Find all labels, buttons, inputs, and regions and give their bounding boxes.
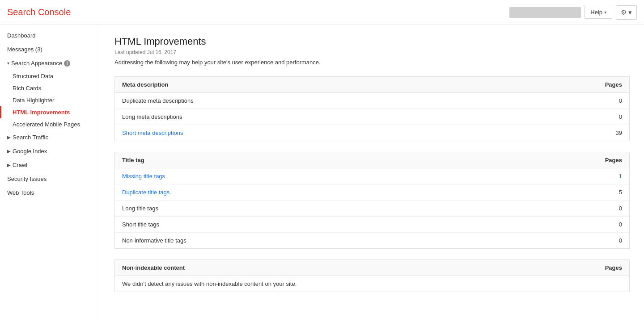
non-indexable-section: Non-indexable content Pages We didn't de…	[114, 259, 630, 292]
non-informative-title-label: Non-informative title tags	[122, 237, 186, 244]
google-index-arrow-icon: ▶	[7, 149, 11, 154]
missing-title-value: 1	[609, 173, 622, 180]
help-chevron-icon: ▾	[604, 10, 606, 15]
user-avatar-bar	[509, 7, 581, 18]
sidebar-item-rich-cards[interactable]: Rich Cards	[0, 82, 100, 94]
table-row: Duplicate meta descriptions 0	[115, 93, 629, 109]
messages-label: Messages (3)	[7, 46, 42, 53]
page-title: HTML Improvements	[114, 36, 630, 47]
html-improvements-label: HTML Improvements	[13, 109, 70, 116]
layout: Dashboard Messages (3) ▾ Search Appearan…	[0, 25, 644, 322]
help-label: Help	[590, 9, 602, 16]
meta-description-header: Meta description Pages	[115, 77, 629, 93]
missing-title-link[interactable]: Missing title tags	[122, 173, 165, 180]
page-description: Addressing the following may help your s…	[114, 59, 630, 66]
duplicate-meta-value: 0	[609, 97, 622, 104]
duplicate-title-value: 5	[609, 189, 622, 196]
short-meta-link[interactable]: Short meta descriptions	[122, 130, 183, 136]
sidebar-item-web-tools[interactable]: Web Tools	[0, 186, 100, 200]
table-row: Missing title tags 1	[115, 168, 629, 184]
sidebar-item-structured-data[interactable]: Structured Data	[0, 70, 100, 82]
long-title-label: Long title tags	[122, 205, 158, 212]
sidebar: Dashboard Messages (3) ▾ Search Appearan…	[0, 25, 100, 322]
table-row: Long title tags 0	[115, 201, 629, 217]
search-traffic-arrow-icon: ▶	[7, 135, 11, 140]
title-tag-section: Title tag Pages Missing title tags 1 Dup…	[114, 152, 630, 249]
settings-chevron-icon: ▾	[628, 8, 632, 17]
duplicate-meta-label: Duplicate meta descriptions	[122, 97, 194, 104]
table-row: Short title tags 0	[115, 217, 629, 233]
no-issues-text: We didn't detect any issues with non-ind…	[115, 276, 629, 292]
long-meta-value: 0	[609, 113, 622, 120]
title-tag-header: Title tag Pages	[115, 152, 629, 168]
settings-button[interactable]: ⚙ ▾	[616, 5, 637, 20]
amp-label: Accelerated Mobile Pages	[13, 121, 80, 128]
title-tag-pages-label: Pages	[605, 157, 622, 163]
long-meta-label: Long meta descriptions	[122, 113, 182, 120]
last-updated: Last updated Jul 16, 2017	[114, 49, 630, 55]
gear-icon: ⚙	[621, 8, 627, 17]
security-issues-label: Security Issues	[7, 176, 47, 182]
data-highlighter-label: Data Highlighter	[13, 97, 54, 104]
table-row: Short meta descriptions 39	[115, 125, 629, 141]
long-title-value: 0	[609, 205, 622, 212]
sidebar-google-index[interactable]: ▶ Google Index	[0, 144, 100, 158]
duplicate-title-link[interactable]: Duplicate title tags	[122, 189, 169, 196]
table-row: Long meta descriptions 0	[115, 109, 629, 125]
short-title-value: 0	[609, 221, 622, 228]
meta-description-pages-label: Pages	[605, 81, 622, 88]
sidebar-item-amp[interactable]: Accelerated Mobile Pages	[0, 118, 100, 130]
sidebar-crawl[interactable]: ▶ Crawl	[0, 158, 100, 172]
short-title-label: Short title tags	[122, 221, 159, 228]
crawl-arrow-icon: ▶	[7, 163, 11, 167]
google-index-label: Google Index	[13, 148, 47, 155]
sidebar-search-appearance[interactable]: ▾ Search Appearance i	[0, 56, 100, 70]
sidebar-item-messages[interactable]: Messages (3)	[0, 42, 100, 56]
table-row: Non-informative title tags 0	[115, 233, 629, 248]
header-right: Help ▾ ⚙ ▾	[509, 5, 637, 20]
sidebar-item-html-improvements[interactable]: HTML Improvements	[0, 106, 100, 118]
non-informative-title-value: 0	[609, 237, 622, 244]
help-button[interactable]: Help ▾	[585, 6, 612, 19]
search-appearance-label: Search Appearance	[11, 60, 62, 67]
sidebar-item-dashboard[interactable]: Dashboard	[0, 29, 100, 42]
sidebar-item-security-issues[interactable]: Security Issues	[0, 172, 100, 186]
web-tools-label: Web Tools	[7, 189, 34, 196]
sidebar-item-data-highlighter[interactable]: Data Highlighter	[0, 94, 100, 106]
sidebar-search-traffic[interactable]: ▶ Search Traffic	[0, 130, 100, 144]
header: Search Console Help ▾ ⚙ ▾	[0, 0, 644, 25]
non-indexable-label: Non-indexable content	[122, 264, 185, 271]
search-traffic-label: Search Traffic	[13, 134, 48, 141]
meta-description-section: Meta description Pages Duplicate meta de…	[114, 76, 630, 141]
app-logo[interactable]: Search Console	[7, 7, 71, 17]
non-indexable-pages-label: Pages	[605, 264, 622, 271]
title-tag-label: Title tag	[122, 157, 144, 163]
search-appearance-arrow-icon: ▾	[7, 61, 9, 66]
meta-description-label: Meta description	[122, 81, 168, 88]
short-meta-value: 39	[609, 130, 622, 136]
table-row: Duplicate title tags 5	[115, 184, 629, 201]
crawl-label: Crawl	[13, 162, 27, 168]
main-content: HTML Improvements Last updated Jul 16, 2…	[100, 25, 644, 322]
structured-data-label: Structured Data	[13, 73, 53, 79]
rich-cards-label: Rich Cards	[13, 85, 41, 92]
search-appearance-info-icon[interactable]: i	[64, 60, 70, 67]
dashboard-label: Dashboard	[7, 32, 36, 39]
non-indexable-header: Non-indexable content Pages	[115, 260, 629, 276]
